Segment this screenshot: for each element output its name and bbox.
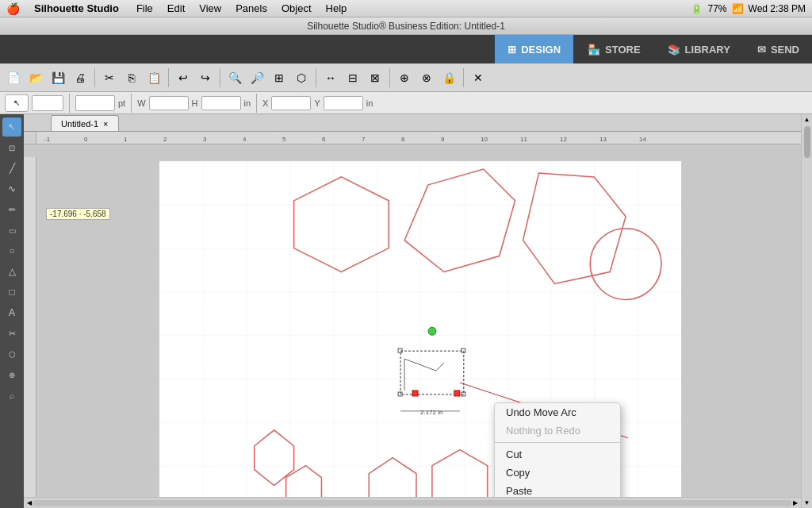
x-input[interactable]: 5.666 — [271, 96, 311, 110]
svg-line-14 — [404, 359, 436, 371]
svg-rect-9 — [462, 392, 465, 396]
left-toolbar: ↖ ⊡ ╱ ∿ ✏ ▭ ○ △ □ A ✂ ⬡ ⊕ ⌕ — [0, 114, 24, 508]
scroll-down-button[interactable]: ▼ — [804, 499, 810, 506]
fit-button[interactable]: ⊞ — [269, 67, 289, 88]
nav-library-button[interactable]: 📚 LIBRARY — [655, 35, 743, 64]
tab-title: Untitled-1 — [61, 119, 98, 129]
group-button[interactable]: ⊕ — [394, 67, 415, 88]
height-input[interactable]: 0.000 — [201, 96, 241, 110]
zoom-select-button[interactable]: ⬡ — [291, 67, 312, 88]
sep3 — [220, 68, 220, 87]
menu-help[interactable]: Help — [320, 2, 354, 15]
scrollbar-thumb[interactable] — [804, 126, 810, 158]
paste-button[interactable]: 📋 — [144, 67, 164, 88]
library-icon: 📚 — [668, 44, 680, 56]
new-button[interactable]: 📄 — [3, 67, 24, 88]
pencil-tool[interactable]: ✏ — [2, 200, 21, 219]
menu-item-copy[interactable]: Copy — [495, 464, 620, 482]
svg-point-4 — [590, 229, 661, 300]
properties-bar: ↖ 0.000 pt W 0.000 H 0.000 in X 5.666 Y … — [0, 92, 812, 114]
point-tool[interactable]: ⊕ — [2, 365, 21, 384]
scroll-right-button[interactable]: ▶ — [793, 499, 798, 506]
menu-object[interactable]: Object — [275, 2, 318, 15]
vertical-scrollbar[interactable]: ▲ ▼ — [801, 114, 812, 508]
zoom-in-button[interactable]: 🔍 — [224, 67, 245, 88]
horizontal-scrollbar[interactable]: ◀ ▶ — [24, 497, 801, 508]
title-bar: Silhouette Studio® Business Edition: Unt… — [0, 17, 812, 35]
ruler-tick: 12 — [560, 136, 567, 143]
tab-close-icon[interactable]: × — [103, 119, 108, 129]
apple-menu[interactable]: 🍎 — [6, 2, 20, 15]
select-tool[interactable]: ↖ — [2, 117, 21, 137]
stroke-width-input[interactable]: 0.000 — [75, 95, 115, 111]
ruler-tick: 2 — [163, 136, 167, 143]
ruler-tick: 1 — [124, 136, 127, 143]
text-tool[interactable]: A — [2, 303, 21, 322]
document-tab[interactable]: Untitled-1 × — [51, 115, 119, 131]
y-label: Y — [314, 98, 320, 108]
ruler-tick: 3 — [203, 136, 206, 143]
save-button[interactable]: 💾 — [48, 67, 68, 88]
redo-button[interactable]: ↪ — [195, 67, 216, 88]
menu-panels[interactable]: Panels — [229, 2, 274, 15]
align-button[interactable]: ⊟ — [343, 67, 363, 88]
ellipse-tool[interactable]: ○ — [2, 241, 21, 260]
menu-item-cut[interactable]: Cut — [495, 445, 620, 464]
y-input[interactable]: 4.932 — [324, 96, 363, 110]
print-button[interactable]: 🖨 — [70, 67, 90, 88]
knife-tool[interactable]: ✂ — [2, 324, 21, 343]
delete-button[interactable]: ✕ — [468, 67, 488, 88]
menu-item-undo[interactable]: Undo Move Arc — [495, 403, 620, 421]
rect-tool[interactable]: □ — [2, 283, 21, 302]
style-selector[interactable] — [32, 95, 63, 111]
undo-button[interactable]: ↩ — [173, 67, 193, 88]
eraser-tool[interactable]: ▭ — [2, 221, 21, 240]
ungroup-button[interactable]: ⊗ — [416, 67, 437, 88]
sep6 — [463, 68, 464, 87]
zoom-out-button[interactable]: 🔎 — [247, 67, 267, 88]
ruler-tick: 0 — [84, 136, 87, 143]
nav-send-button[interactable]: ✉ SEND — [745, 35, 812, 64]
selector-tool[interactable]: ↖ — [5, 94, 29, 112]
bezier-tool[interactable]: ∿ — [2, 179, 21, 198]
copy-button[interactable]: ⎘ — [121, 67, 142, 88]
ruler-corner — [24, 132, 36, 144]
ruler-tick: 14 — [639, 136, 646, 143]
menu-edit[interactable]: Edit — [161, 2, 191, 15]
scroll-up-button[interactable]: ▲ — [804, 116, 810, 123]
cut-button[interactable]: ✂ — [99, 67, 120, 88]
menu-view[interactable]: View — [193, 2, 228, 15]
lock-button[interactable]: 🔒 — [439, 67, 459, 88]
design-label: DESIGN — [521, 44, 561, 56]
send-label: SEND — [771, 44, 799, 56]
unit-label: in — [244, 98, 251, 108]
distribute-button[interactable]: ⊠ — [365, 67, 385, 88]
battery-level: 77% — [707, 3, 726, 14]
coordinate-tooltip: -17.696 · -5.658 — [46, 208, 110, 220]
sep1 — [94, 68, 95, 87]
transform-button[interactable]: ↔ — [320, 67, 341, 88]
svg-marker-20 — [286, 466, 322, 497]
ruler-tick: 7 — [362, 136, 365, 143]
canvas-area[interactable]: -17.696 · -5.658 — [24, 144, 801, 497]
nav-store-button[interactable]: 🏪 STORE — [575, 35, 653, 64]
scroll-left-button[interactable]: ◀ — [27, 499, 32, 506]
app-name[interactable]: Silhouette Studio — [28, 2, 125, 15]
width-input[interactable]: 0.000 — [149, 96, 189, 110]
menu-item-paste[interactable]: Paste — [495, 482, 620, 497]
open-button[interactable]: 📂 — [25, 67, 46, 88]
line-tool[interactable]: ╱ — [2, 159, 21, 178]
triangle-tool[interactable]: △ — [2, 262, 21, 281]
fill-tool[interactable]: ⬡ — [2, 344, 21, 364]
unit-label2: in — [366, 98, 373, 108]
system-status: 🔋 77% 📶 Wed 2:38 PM — [691, 3, 806, 14]
sep-prop1 — [69, 94, 70, 113]
ruler-tick: -1 — [44, 136, 50, 143]
node-tool[interactable]: ⊡ — [2, 138, 21, 157]
zoom-tool[interactable]: ⌕ — [2, 386, 21, 405]
menu-file[interactable]: File — [130, 2, 159, 15]
nav-design-button[interactable]: ⊞ DESIGN — [495, 35, 573, 64]
scrollbar-track[interactable] — [33, 500, 791, 506]
send-icon: ✉ — [757, 44, 766, 56]
context-menu: Undo Move ArcNothing to RedoCutCopyPaste… — [494, 402, 621, 497]
